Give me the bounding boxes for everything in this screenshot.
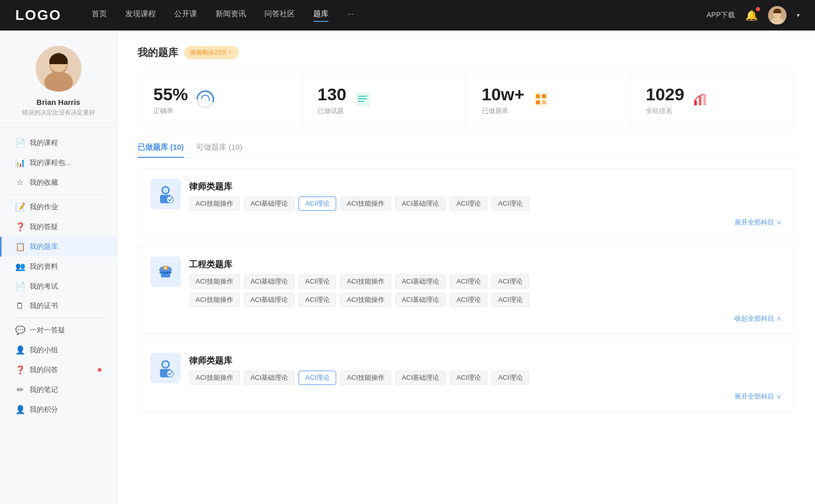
tag-1-s6[interactable]: ACI理论 — [492, 293, 529, 307]
svg-point-24 — [163, 187, 169, 193]
sidebar-item-homework[interactable]: 📝 我的作业 — [0, 197, 117, 217]
page-header: 我的题库 体验剩余23天！ — [138, 46, 795, 60]
svg-rect-14 — [534, 92, 548, 106]
sidebar-divider-1 — [10, 194, 106, 195]
nav-item-open[interactable]: 公开课 — [174, 9, 197, 22]
main-content: 我的题库 体验剩余23天！ 55% 正确率 — [117, 31, 815, 504]
notification-bell[interactable]: 🔔 — [745, 9, 758, 21]
tag-2-2[interactable]: ACI理论 — [298, 371, 336, 385]
sidebar-item-label: 我的收藏 — [30, 178, 58, 187]
stat-number: 130 — [317, 85, 346, 104]
sidebar-item-points[interactable]: 👤 我的积分 — [0, 400, 117, 419]
tag-1-6[interactable]: ACI理论 — [492, 274, 529, 289]
sidebar-item-group[interactable]: 👤 我的小组 — [0, 340, 117, 360]
tag-1-5[interactable]: ACI理论 — [450, 274, 487, 289]
tag-1-s1[interactable]: ACI基础理论 — [244, 293, 295, 307]
nav-item-qa[interactable]: 问答社区 — [264, 9, 295, 22]
tag-1-s5[interactable]: ACI理论 — [450, 293, 487, 307]
qa-icon: ❓ — [15, 222, 24, 232]
courses-icon: 📄 — [15, 138, 24, 148]
svg-rect-20 — [699, 96, 701, 105]
tag-2-0[interactable]: ACI技能操作 — [189, 371, 240, 385]
group-icon: 👤 — [15, 345, 24, 355]
tab-available-banks[interactable]: 可做题库 (10) — [196, 143, 242, 157]
bank-info-2: 律师类题库 ACI技能操作 ACI基础理论 ACI理论 ACI技能操作 ACI基… — [189, 353, 529, 385]
sidebar-item-tutoring[interactable]: 💬 一对一答疑 — [0, 320, 117, 340]
avatar[interactable] — [768, 6, 786, 24]
tab-done-banks[interactable]: 已做题库 (10) — [138, 143, 184, 157]
tag-1-s4[interactable]: ACI基础理论 — [395, 293, 446, 307]
nav-menu: 首页 发现课程 公开课 新闻资讯 问答社区 题库 ··· — [92, 9, 707, 22]
tag-0-2[interactable]: ACI理论 — [298, 197, 336, 211]
tag-1-3[interactable]: ACI技能操作 — [340, 274, 391, 289]
sidebar-item-question-bank[interactable]: 📋 我的题库 — [0, 237, 117, 257]
profile-avatar[interactable] — [36, 46, 82, 92]
logo[interactable]: LOGO — [15, 7, 61, 23]
sidebar-item-questions[interactable]: ❓ 我的问答 — [0, 360, 117, 380]
grid-icon — [533, 91, 549, 109]
dropdown-arrow-icon[interactable]: ▾ — [797, 12, 800, 19]
tag-1-4[interactable]: ACI基础理论 — [395, 274, 446, 289]
bank-title-0: 律师类题库 — [189, 179, 529, 192]
stats-row: 55% 正确率 130 已做试题 — [138, 72, 795, 128]
bank-card-header-0: 律师类题库 ACI技能操作 ACI基础理论 ACI理论 ACI技能操作 ACI基… — [150, 179, 782, 211]
tags-row-1-first: ACI技能操作 ACI基础理论 ACI理论 ACI技能操作 ACI基础理论 AC… — [189, 274, 529, 289]
nav-item-courses[interactable]: 发现课程 — [125, 9, 156, 22]
stat-label: 已做试题 — [317, 106, 346, 116]
svg-point-35 — [163, 361, 169, 367]
sidebar-item-qa-mine[interactable]: ❓ 我的答疑 — [0, 217, 117, 237]
nav-item-more[interactable]: ··· — [347, 9, 354, 22]
points-icon: 👤 — [15, 405, 24, 414]
nav-item-bank[interactable]: 题库 — [313, 9, 329, 22]
tag-0-1[interactable]: ACI基础理论 — [244, 197, 295, 211]
tag-0-0[interactable]: ACI技能操作 — [189, 197, 240, 211]
tag-2-6[interactable]: ACI理论 — [492, 371, 529, 385]
package-icon: 📊 — [15, 158, 24, 167]
sidebar-item-label: 我的课程包... — [30, 158, 71, 167]
collapse-link-1[interactable]: 收起全部科目 ∧ — [150, 314, 782, 323]
sidebar-profile: Brian Harris 错误的决定比没有决定要好 — [0, 46, 117, 128]
app-download-button[interactable]: APP下载 — [707, 11, 735, 20]
exam-icon: 📄 — [15, 282, 24, 291]
avatar-image — [768, 6, 786, 24]
stat-label: 正确率 — [153, 106, 188, 116]
tag-2-4[interactable]: ACI基础理论 — [395, 371, 446, 385]
tag-1-s0[interactable]: ACI技能操作 — [189, 293, 240, 307]
tag-0-4[interactable]: ACI基础理论 — [395, 197, 446, 211]
stat-label: 全站排名 — [646, 106, 685, 116]
tag-1-s3[interactable]: ACI技能操作 — [340, 293, 391, 307]
tag-0-6[interactable]: ACI理论 — [492, 197, 529, 211]
stat-number: 1029 — [646, 85, 685, 104]
tags-row-0: ACI技能操作 ACI基础理论 ACI理论 ACI技能操作 ACI基础理论 AC… — [189, 197, 529, 211]
tag-1-0[interactable]: ACI技能操作 — [189, 274, 240, 289]
bar-chart-icon — [692, 91, 709, 109]
sidebar-item-notes[interactable]: ✏ 我的笔记 — [0, 380, 117, 400]
bank-card-1: 工程类题库 ACI技能操作 ACI基础理论 ACI理论 ACI技能操作 ACI基… — [138, 246, 795, 334]
sidebar-item-exam[interactable]: 📄 我的考试 — [0, 276, 117, 296]
expand-link-0[interactable]: 展开全部科目 ∨ — [150, 218, 782, 227]
tag-1-2[interactable]: ACI理论 — [298, 274, 336, 289]
tag-1-1[interactable]: ACI基础理论 — [244, 274, 295, 289]
sidebar-item-label: 一对一答疑 — [30, 326, 65, 335]
tabs-row: 已做题库 (10) 可做题库 (10) — [138, 143, 795, 158]
sidebar-item-cert[interactable]: 🗒 我的证书 — [0, 296, 117, 316]
sidebar-item-profile[interactable]: 👥 我的资料 — [0, 257, 117, 276]
sidebar-item-courses[interactable]: 📄 我的课程 — [0, 133, 117, 153]
svg-rect-18 — [542, 100, 546, 104]
tag-0-5[interactable]: ACI理论 — [450, 197, 487, 211]
stat-value-rank: 1029 全站排名 — [646, 85, 685, 116]
tag-2-5[interactable]: ACI理论 — [450, 371, 487, 385]
trial-badge: 体验剩余23天！ — [184, 46, 239, 59]
tag-2-3[interactable]: ACI技能操作 — [340, 371, 391, 385]
homework-icon: 📝 — [15, 202, 24, 212]
nav-item-news[interactable]: 新闻资讯 — [215, 9, 246, 22]
tag-0-3[interactable]: ACI技能操作 — [340, 197, 391, 211]
svg-rect-11 — [358, 96, 367, 97]
nav-item-home[interactable]: 首页 — [92, 9, 107, 22]
tag-1-s2[interactable]: ACI理论 — [298, 293, 336, 307]
sidebar-item-favorites[interactable]: ☆ 我的收藏 — [0, 173, 117, 192]
expand-link-2[interactable]: 展开全部科目 ∨ — [150, 392, 782, 401]
sidebar-item-course-package[interactable]: 📊 我的课程包... — [0, 153, 117, 173]
tag-2-1[interactable]: ACI基础理论 — [244, 371, 295, 385]
stat-number: 55% — [153, 85, 188, 104]
